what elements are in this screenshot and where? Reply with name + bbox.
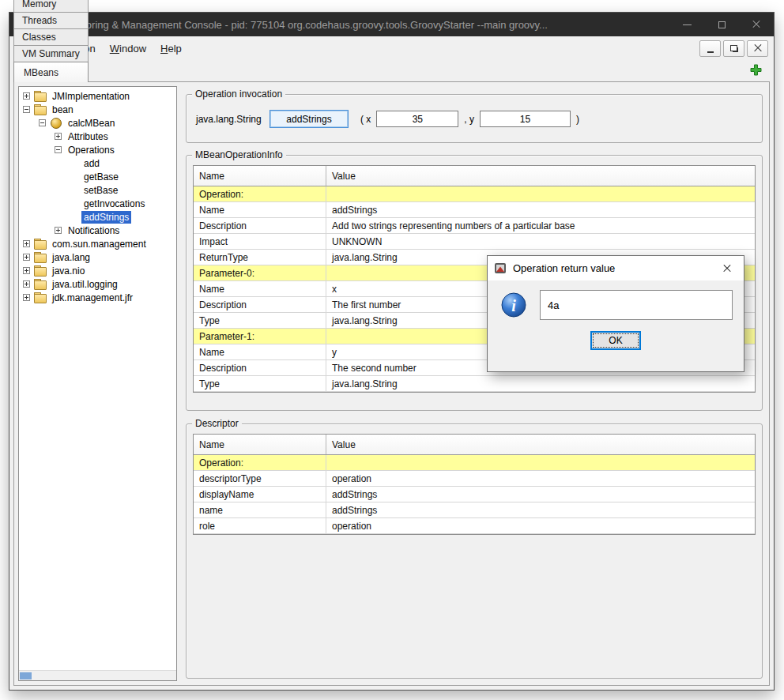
addstrings-button[interactable]: addStrings — [270, 110, 349, 128]
table-row[interactable]: Impact UNKNOWN — [194, 234, 755, 250]
expander-icon[interactable] — [55, 227, 62, 234]
maximize-icon[interactable] — [704, 13, 739, 36]
tabs: OverviewMemoryThreadsClassesVM SummaryMB… — [13, 0, 88, 81]
tab[interactable]: Threads — [13, 12, 89, 28]
column-header-name[interactable]: Name — [194, 166, 326, 186]
expander-icon[interactable] — [23, 106, 30, 113]
table-row[interactable]: Operation: — [194, 455, 755, 471]
tree-item[interactable]: java.lang — [19, 250, 176, 264]
cell-value: operation — [326, 471, 755, 486]
expander-icon[interactable] — [23, 254, 30, 261]
return-value-field[interactable] — [540, 290, 733, 320]
table-row[interactable]: descriptorType operation — [194, 471, 755, 487]
group-title: Operation invocation — [192, 88, 285, 100]
tree-item[interactable]: bean — [19, 103, 176, 116]
expander-icon[interactable] — [23, 240, 30, 247]
cell-name: role — [194, 518, 326, 533]
table-header: Name Value — [194, 166, 755, 186]
tree-node-icon — [34, 292, 47, 303]
expander-icon[interactable] — [23, 92, 30, 100]
new-connection-plus-icon[interactable] — [750, 64, 762, 76]
cell-value: addStrings — [326, 502, 755, 517]
descriptor-group: Descriptor Name Value Operation: — [186, 423, 763, 679]
expander-icon[interactable] — [23, 267, 30, 274]
cell-name: Operation: — [194, 455, 326, 470]
cell-name: Parameter-0: — [194, 265, 326, 280]
cell-value — [326, 186, 755, 201]
scrollbar-thumb[interactable] — [20, 672, 32, 679]
window-controls — [669, 13, 774, 36]
tree-node-icon — [34, 91, 47, 101]
dialog-body: i OK — [488, 280, 744, 371]
column-header-value[interactable]: Value — [326, 435, 755, 454]
tree-item[interactable]: getBase — [19, 170, 176, 183]
column-header-name[interactable]: Name — [194, 435, 326, 454]
table-row[interactable]: Type java.lang.String — [194, 376, 755, 392]
details-panel: Operation invocation java.lang.String ad… — [183, 86, 765, 681]
tab[interactable]: Classes — [13, 28, 89, 45]
frame-minimize-icon[interactable] — [699, 40, 721, 57]
svg-text:i: i — [511, 297, 516, 314]
param-x-input[interactable] — [376, 111, 458, 127]
jconsole-window: Java Monitoring & Management Console - p… — [9, 12, 775, 691]
tab[interactable]: VM Summary — [13, 45, 89, 62]
tree-node-icon — [34, 265, 47, 276]
cell-value: Add two strings representing numbers of … — [326, 218, 755, 233]
cell-name: Name — [194, 281, 326, 296]
tree-item[interactable]: jdk.management.jfr — [19, 291, 176, 304]
titlebar: Java Monitoring & Management Console - p… — [9, 13, 774, 36]
menubar: ConnectionWindowHelp — [9, 36, 774, 60]
tree-item[interactable]: setBase — [19, 183, 176, 197]
minimize-icon[interactable] — [669, 13, 704, 36]
cell-name: Description — [194, 297, 326, 312]
cell-name: Description — [194, 218, 326, 233]
tree-item[interactable]: calcMBean — [19, 116, 176, 130]
param-y-input[interactable] — [480, 111, 571, 127]
cell-name: Impact — [194, 234, 326, 249]
column-header-value[interactable]: Value — [326, 166, 755, 186]
expander-icon[interactable] — [23, 280, 30, 288]
menu-item[interactable]: Help — [154, 40, 188, 58]
table-row[interactable]: Description Add two strings representing… — [194, 218, 755, 234]
tree-item[interactable]: java.util.logging — [19, 277, 176, 291]
tab[interactable]: Memory — [13, 0, 89, 12]
table-row[interactable]: role operation — [194, 518, 755, 534]
tree-item[interactable]: Notifications — [19, 224, 176, 237]
cell-value: UNKNOWN — [326, 234, 755, 249]
tree-item[interactable]: JMImplementation — [19, 89, 176, 103]
cell-name: Name — [194, 202, 326, 217]
expander-icon[interactable] — [55, 133, 62, 140]
expander-icon[interactable] — [39, 119, 46, 126]
tree-item-label: java.util.logging — [50, 278, 120, 291]
cell-name: ReturnType — [194, 250, 326, 265]
mbean-tree-panel: JMImplementation bean calcMBean — [18, 86, 177, 681]
descriptor-table: Name Value Operation: descriptorType — [193, 434, 756, 535]
tree-item-label: bean — [50, 103, 76, 116]
table-row[interactable]: name addStrings — [194, 502, 755, 518]
close-icon[interactable] — [739, 13, 774, 36]
cell-value: operation — [326, 518, 755, 533]
frame-restore-icon[interactable] — [723, 40, 744, 57]
frame-close-icon[interactable] — [747, 40, 768, 57]
tree-item[interactable]: java.nio — [19, 264, 176, 277]
expander-icon[interactable] — [23, 294, 30, 301]
dialog-close-icon[interactable] — [710, 256, 744, 280]
tree-item[interactable]: com.sun.management — [19, 237, 176, 250]
tree-item[interactable]: Operations — [19, 143, 176, 156]
tree-horizontal-scrollbar[interactable] — [19, 670, 176, 680]
table-row[interactable]: Operation: — [194, 186, 755, 202]
tree-item[interactable]: add — [19, 156, 176, 170]
tree-node-icon — [34, 104, 47, 115]
tab[interactable]: MBeans — [13, 62, 89, 82]
ok-button[interactable]: OK — [590, 331, 641, 350]
table-row[interactable]: Name addStrings — [194, 202, 755, 218]
tree-item[interactable]: getInvocations — [19, 197, 176, 210]
tree-item-label: Operations — [66, 144, 117, 156]
expander-icon[interactable] — [55, 146, 62, 153]
tree-item-label: calcMBean — [66, 117, 117, 130]
tree-item[interactable]: addStrings — [19, 210, 176, 224]
menu-item[interactable]: Window — [104, 40, 153, 58]
tree-item[interactable]: Attributes — [19, 130, 176, 143]
tab-bar: OverviewMemoryThreadsClassesVM SummaryMB… — [9, 60, 774, 81]
table-row[interactable]: displayName addStrings — [194, 487, 755, 502]
